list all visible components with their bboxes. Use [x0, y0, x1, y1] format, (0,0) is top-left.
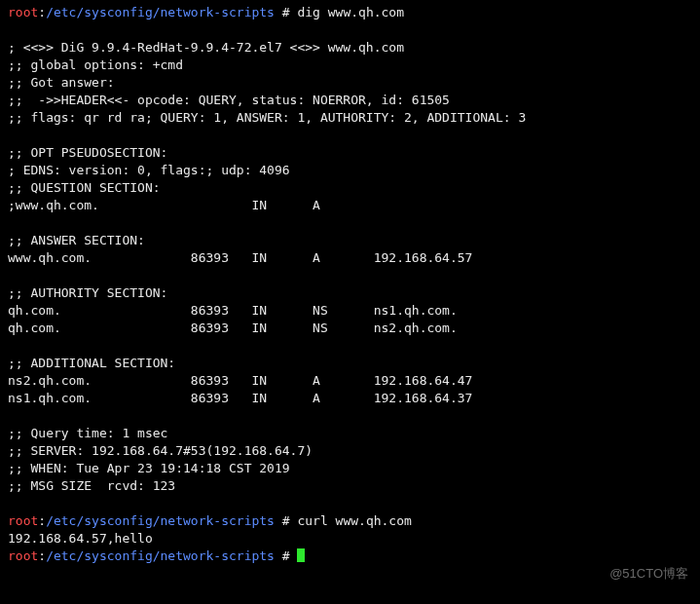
- output-line: ;; Query time: 1 msec: [8, 426, 167, 440]
- prompt-path: /etc/sysconfig/network-scripts: [46, 548, 275, 563]
- output-line: ; EDNS: version: 0, flags:; udp: 4096: [8, 163, 290, 177]
- prompt-path: /etc/sysconfig/network-scripts: [46, 513, 275, 528]
- output-line: ;; QUESTION SECTION:: [8, 180, 161, 195]
- output-line: ;; Got answer:: [8, 75, 115, 90]
- prompt-user: root: [8, 5, 38, 19]
- command-curl: curl www.qh.com: [297, 513, 411, 528]
- output-line: ;; ANSWER SECTION:: [8, 233, 145, 247]
- prompt-sep: :: [38, 5, 46, 19]
- prompt-hash: #: [275, 513, 297, 528]
- output-line: ;; WHEN: Tue Apr 23 19:14:18 CST 2019: [8, 461, 290, 475]
- output-line: 192.168.64.57,hello: [8, 531, 153, 546]
- terminal-output[interactable]: root:/etc/sysconfig/network-scripts # di…: [0, 0, 700, 569]
- output-line: ns2.qh.com. 86393 IN A 192.168.64.47: [8, 373, 472, 388]
- output-line: ;; AUTHORITY SECTION:: [8, 285, 167, 300]
- output-line: ;; ->>HEADER<<- opcode: QUERY, status: N…: [8, 93, 450, 107]
- output-line: ;; global options: +cmd: [8, 57, 183, 72]
- prompt-sep: :: [38, 513, 46, 528]
- prompt-path: /etc/sysconfig/network-scripts: [46, 5, 275, 19]
- output-line: ns1.qh.com. 86393 IN A 192.168.64.37: [8, 391, 472, 405]
- output-line: ;; SERVER: 192.168.64.7#53(192.168.64.7): [8, 443, 313, 458]
- output-line: ;; MSG SIZE rcvd: 123: [8, 478, 175, 493]
- output-line: ;; OPT PSEUDOSECTION:: [8, 145, 167, 160]
- output-line: qh.com. 86393 IN NS ns2.qh.com.: [8, 321, 458, 335]
- prompt-user: root: [8, 548, 38, 563]
- output-line: ;www.qh.com. IN A: [8, 198, 320, 212]
- output-line: ; <<>> DiG 9.9.4-RedHat-9.9.4-72.el7 <<>…: [8, 40, 404, 55]
- output-line: ;; ADDITIONAL SECTION:: [8, 356, 175, 370]
- cursor: [297, 548, 305, 562]
- output-line: www.qh.com. 86393 IN A 192.168.64.57: [8, 250, 472, 265]
- prompt-user: root: [8, 513, 38, 528]
- prompt-hash: #: [275, 5, 297, 19]
- output-line: ;; flags: qr rd ra; QUERY: 1, ANSWER: 1,…: [8, 110, 526, 125]
- prompt-hash: #: [275, 548, 297, 563]
- command-dig: dig www.qh.com: [297, 5, 404, 19]
- output-line: qh.com. 86393 IN NS ns1.qh.com.: [8, 303, 458, 318]
- prompt-sep: :: [38, 548, 46, 563]
